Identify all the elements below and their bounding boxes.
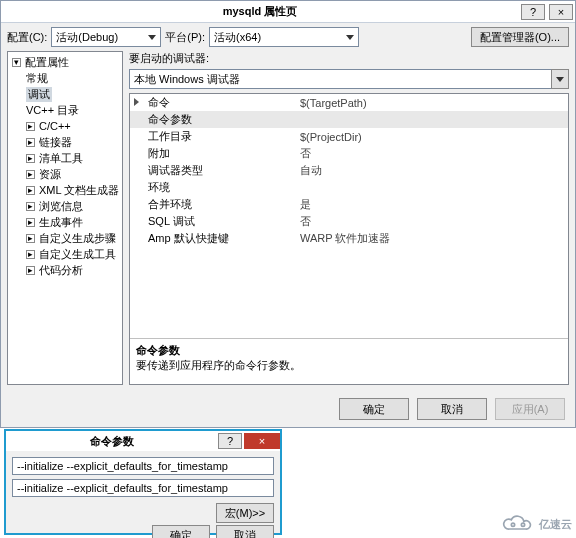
tree-item[interactable]: ▸资源 <box>8 166 122 182</box>
tree-item[interactable]: 常规 <box>8 70 122 86</box>
cloud-icon <box>501 514 535 534</box>
launch-label: 要启动的调试器: <box>129 51 569 65</box>
tree-item[interactable]: ▸清单工具 <box>8 150 122 166</box>
expand-icon[interactable]: ▸ <box>26 250 35 259</box>
prop-row[interactable]: SQL 调试否 <box>130 213 568 230</box>
svg-point-1 <box>521 523 524 526</box>
tree-root[interactable]: ▾ 配置属性 <box>8 54 122 70</box>
tree-item[interactable]: ▸生成事件 <box>8 214 122 230</box>
prop-description: 命令参数 要传递到应用程序的命令行参数。 <box>130 338 568 384</box>
tree-item[interactable]: ▸自定义生成工具 <box>8 246 122 262</box>
expand-icon[interactable]: ▸ <box>26 234 35 243</box>
apply-button[interactable]: 应用(A) <box>495 398 565 420</box>
config-select[interactable]: 活动(Debug) <box>51 27 161 47</box>
help-button[interactable]: ? <box>218 433 242 449</box>
nav-tree[interactable]: ▾ 配置属性 常规 调试 VC++ 目录 ▸C/C++ ▸链接器 ▸清单工具 ▸… <box>7 51 123 385</box>
prop-row[interactable]: 合并环境是 <box>130 196 568 213</box>
expand-icon[interactable]: ▸ <box>26 186 35 195</box>
expand-icon[interactable]: ▸ <box>26 266 35 275</box>
prop-row[interactable]: 工作目录$(ProjectDir) <box>130 128 568 145</box>
chevron-down-icon <box>346 35 354 40</box>
tree-item[interactable]: ▸浏览信息 <box>8 198 122 214</box>
svg-point-0 <box>511 523 514 526</box>
cancel-button[interactable]: 取消 <box>216 525 274 538</box>
collapse-icon[interactable]: ▾ <box>12 58 21 67</box>
expand-icon[interactable]: ▸ <box>26 154 35 163</box>
close-button[interactable]: × <box>244 433 280 449</box>
tree-item-debug[interactable]: 调试 <box>8 86 122 102</box>
ok-button[interactable]: 确定 <box>152 525 210 538</box>
chevron-down-icon <box>148 35 156 40</box>
prop-row[interactable]: 命令$(TargetPath) <box>130 94 568 111</box>
button-row: 确定 取消 应用(A) <box>1 391 575 427</box>
expand-icon[interactable]: ▸ <box>26 202 35 211</box>
cmdargs-titlebar: 命令参数 ? × <box>6 431 280 451</box>
property-dialog: mysqld 属性页 ? × 配置(C): 活动(Debug) 平台(P): 活… <box>0 0 576 428</box>
tree-item[interactable]: VC++ 目录 <box>8 102 122 118</box>
tree-item[interactable]: ▸XML 文档生成器 <box>8 182 122 198</box>
close-button[interactable]: × <box>549 4 573 20</box>
cmdargs-dialog: 命令参数 ? × 宏(M)>> 确定 取消 <box>4 429 282 535</box>
platform-select[interactable]: 活动(x64) <box>209 27 359 47</box>
caret-icon <box>134 98 139 106</box>
cancel-button[interactable]: 取消 <box>417 398 487 420</box>
tree-item[interactable]: ▸自定义生成步骤 <box>8 230 122 246</box>
prop-row[interactable]: 调试器类型自动 <box>130 162 568 179</box>
right-panel: 要启动的调试器: 本地 Windows 调试器 命令$(TargetPath) … <box>129 51 569 385</box>
debugger-dropdown-button[interactable] <box>551 69 569 89</box>
cmdargs-title: 命令参数 <box>6 434 218 449</box>
prop-row[interactable]: Amp 默认快捷键WARP 软件加速器 <box>130 230 568 247</box>
expand-icon[interactable]: ▸ <box>26 138 35 147</box>
tree-item[interactable]: ▸链接器 <box>8 134 122 150</box>
watermark: 亿速云 <box>501 514 572 534</box>
config-row: 配置(C): 活动(Debug) 平台(P): 活动(x64) 配置管理器(O)… <box>1 23 575 51</box>
debugger-select[interactable]: 本地 Windows 调试器 <box>129 69 552 89</box>
ok-button[interactable]: 确定 <box>339 398 409 420</box>
chevron-down-icon <box>556 77 564 82</box>
config-label: 配置(C): <box>7 30 47 45</box>
help-button[interactable]: ? <box>521 4 545 20</box>
macro-button[interactable]: 宏(M)>> <box>216 503 274 523</box>
expand-icon[interactable]: ▸ <box>26 122 35 131</box>
prop-row[interactable]: 环境 <box>130 179 568 196</box>
cmdargs-input[interactable] <box>12 457 274 475</box>
prop-row[interactable]: 附加否 <box>130 145 568 162</box>
prop-row-selected[interactable]: 命令参数 <box>130 111 568 128</box>
titlebar: mysqld 属性页 ? × <box>1 1 575 23</box>
tree-item[interactable]: ▸代码分析 <box>8 262 122 278</box>
tree-item[interactable]: ▸C/C++ <box>8 118 122 134</box>
property-grid: 命令$(TargetPath) 命令参数 工作目录$(ProjectDir) 附… <box>129 93 569 385</box>
dialog-title: mysqld 属性页 <box>1 4 519 19</box>
expand-icon[interactable]: ▸ <box>26 170 35 179</box>
cmdargs-evaluated[interactable] <box>12 479 274 497</box>
platform-label: 平台(P): <box>165 30 205 45</box>
config-manager-button[interactable]: 配置管理器(O)... <box>471 27 569 47</box>
expand-icon[interactable]: ▸ <box>26 218 35 227</box>
